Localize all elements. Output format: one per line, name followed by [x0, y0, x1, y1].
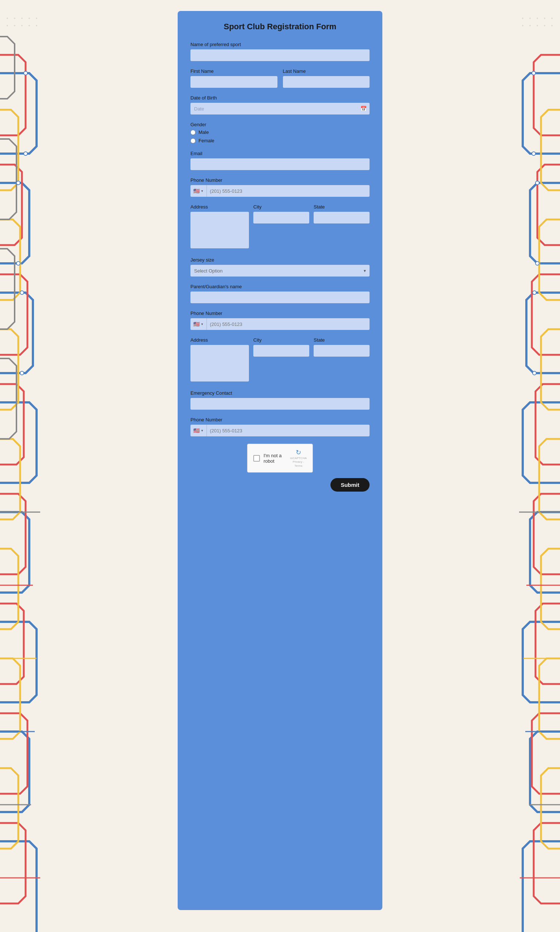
preferred-sport-label: Name of preferred sport: [191, 42, 369, 47]
emergency-contact-label: Emergency Contact: [191, 390, 369, 396]
phone1-wrapper: 🇺🇸 ▼: [191, 185, 369, 197]
phone1-label: Phone Number: [191, 177, 369, 183]
jersey-size-group: Jersey size Select Option XS S M L XL XX…: [191, 257, 369, 276]
first-name-input[interactable]: [191, 76, 277, 88]
phone2-flag-emoji: 🇺🇸: [193, 321, 200, 327]
phone3-flag-arrow: ▼: [201, 429, 204, 432]
gender-label: Gender: [191, 122, 369, 127]
address1-group: Address City State: [191, 204, 369, 250]
captcha-box[interactable]: I'm not a robot ↻ reCAPTCHA Privacy - Te…: [247, 444, 313, 472]
phone1-flag-arrow: ▼: [201, 190, 204, 193]
phone2-flag[interactable]: 🇺🇸 ▼: [191, 318, 207, 330]
gender-group: Gender Male Female: [191, 122, 369, 144]
first-name-label: First Name: [191, 68, 277, 74]
captcha-logo: ↻ reCAPTCHA Privacy - Terms: [290, 449, 307, 468]
address1-label: Address: [191, 204, 249, 210]
recaptcha-brand: reCAPTCHA Privacy - Terms: [290, 457, 307, 468]
address2-textarea[interactable]: [191, 345, 249, 381]
address2-city-input[interactable]: [253, 345, 309, 356]
emergency-contact-group: Emergency Contact: [191, 390, 369, 410]
address2-state-col: State: [314, 337, 369, 356]
phone2-label: Phone Number: [191, 310, 369, 316]
name-group: First Name Last Name: [191, 68, 369, 88]
email-label: Email: [191, 151, 369, 156]
submit-wrapper: Submit: [191, 478, 369, 492]
address1-city-col: City: [253, 204, 309, 224]
address1-city-input[interactable]: [253, 212, 309, 224]
last-name-col: Last Name: [283, 68, 370, 88]
address2-city-col: City: [253, 337, 309, 356]
guardian-name-label: Parent/Guardian's name: [191, 284, 369, 289]
address1-main-col: Address: [191, 204, 249, 250]
address1-textarea[interactable]: [191, 212, 249, 248]
phone3-input[interactable]: [207, 428, 369, 434]
phone2-group: Phone Number 🇺🇸 ▼: [191, 310, 369, 330]
address2-state-input[interactable]: [314, 345, 369, 356]
guardian-name-input[interactable]: [191, 292, 369, 303]
submit-button[interactable]: Submit: [331, 478, 369, 492]
phone3-group: Phone Number 🇺🇸 ▼: [191, 417, 369, 437]
phone2-wrapper: 🇺🇸 ▼: [191, 318, 369, 330]
address2-city-label: City: [253, 337, 309, 343]
captcha-checkbox[interactable]: [253, 455, 260, 461]
first-name-col: First Name: [191, 68, 277, 88]
gender-radio-group: Male Female: [191, 130, 369, 144]
preferred-sport-group: Name of preferred sport: [191, 42, 369, 61]
address2-state-label: State: [314, 337, 369, 343]
address2-label: Address: [191, 337, 249, 343]
phone2-flag-arrow: ▼: [201, 322, 204, 326]
email-group: Email: [191, 151, 369, 170]
phone1-flag-emoji: 🇺🇸: [193, 188, 200, 194]
phone3-label: Phone Number: [191, 417, 369, 423]
last-name-label: Last Name: [283, 68, 370, 74]
preferred-sport-input[interactable]: [191, 49, 369, 61]
jersey-size-label: Jersey size: [191, 257, 369, 262]
jersey-size-select[interactable]: Select Option XS S M L XL XXL: [191, 265, 369, 276]
captcha-container: I'm not a robot ↻ reCAPTCHA Privacy - Te…: [191, 444, 369, 472]
address1-state-col: State: [314, 204, 369, 224]
address2-group: Address City State: [191, 337, 369, 383]
phone3-flag[interactable]: 🇺🇸 ▼: [191, 425, 207, 437]
phone2-input[interactable]: [207, 321, 369, 327]
gender-male-label: Male: [198, 130, 209, 135]
gender-female-label: Female: [198, 138, 214, 144]
last-name-input[interactable]: [283, 76, 370, 88]
form-title: Sport Club Registration Form: [191, 22, 369, 31]
address1-row: Address City State: [191, 204, 369, 250]
recaptcha-icon: ↻: [296, 449, 301, 457]
dob-label: Date of Birth: [191, 95, 369, 100]
captcha-text: I'm not a robot: [263, 453, 286, 464]
dob-group: Date of Birth 📅: [191, 95, 369, 114]
address1-state-input[interactable]: [314, 212, 369, 224]
gender-female-radio[interactable]: [191, 138, 195, 144]
registration-form: Sport Club Registration Form Name of pre…: [178, 11, 382, 910]
guardian-name-group: Parent/Guardian's name: [191, 284, 369, 303]
phone1-input[interactable]: [207, 188, 369, 194]
address2-main-col: Address: [191, 337, 249, 383]
dob-wrapper: 📅: [191, 103, 369, 114]
address1-city-label: City: [253, 204, 309, 210]
gender-male-radio[interactable]: [191, 130, 195, 135]
jersey-select-wrapper: Select Option XS S M L XL XXL ▼: [191, 265, 369, 276]
phone1-group: Phone Number 🇺🇸 ▼: [191, 177, 369, 197]
phone3-flag-emoji: 🇺🇸: [193, 427, 200, 434]
emergency-contact-input[interactable]: [191, 398, 369, 410]
email-input[interactable]: [191, 158, 369, 170]
address2-row: Address City State: [191, 337, 369, 383]
address1-state-label: State: [314, 204, 369, 210]
gender-male-option[interactable]: Male: [191, 130, 369, 135]
gender-female-option[interactable]: Female: [191, 138, 369, 144]
phone1-flag[interactable]: 🇺🇸 ▼: [191, 185, 207, 197]
dob-input[interactable]: [191, 103, 369, 114]
phone3-wrapper: 🇺🇸 ▼: [191, 425, 369, 437]
